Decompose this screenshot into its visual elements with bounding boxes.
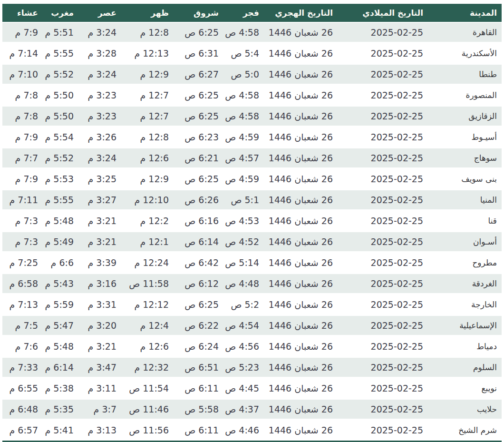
cell-isha: 7:25 م <box>2 252 43 273</box>
cell-city: أسـوان <box>428 231 502 252</box>
cell-maghrib: 5:50 م <box>43 85 78 106</box>
cell-hijri: 26 شعبان 1446 <box>264 378 338 399</box>
cell-gregorian: 2025-02-25 <box>338 294 428 315</box>
cell-sunrise: 6:42 ص <box>174 252 223 273</box>
cell-dhuhr: 11:56 ص <box>121 420 174 441</box>
cell-isha: 7:10 م <box>2 64 43 85</box>
cell-isha: 7:6 م <box>2 336 43 357</box>
cell-maghrib: 6:14 م <box>43 357 78 378</box>
cell-maghrib: 5:50 م <box>43 106 78 127</box>
cell-fajr: 4:56 ص <box>223 336 264 357</box>
cell-gregorian: 2025-02-25 <box>338 64 428 85</box>
cell-maghrib: 5:55 م <box>43 189 78 210</box>
cell-asr: 3:13 م <box>78 420 121 441</box>
cell-fajr: 4:59 ص <box>223 127 264 147</box>
header-isha: عشاء <box>2 4 43 22</box>
cell-city: طنطا <box>428 64 502 85</box>
cell-dhuhr: 12:10 م <box>121 189 174 210</box>
cell-asr: 3:25 م <box>78 168 121 189</box>
header-city: المدينة <box>428 4 502 22</box>
cell-city: الغردقة <box>428 273 502 294</box>
cell-fajr: 4:58 ص <box>223 106 264 127</box>
cell-maghrib: 5:59 م <box>43 294 78 315</box>
header-hijri-date: التاريخ الهجري <box>264 4 338 22</box>
cell-sunrise: 6:25 ص <box>174 106 223 127</box>
cell-dhuhr: 12:9 م <box>121 168 174 189</box>
cell-fajr: 4:52 ص <box>223 231 264 252</box>
cell-sunrise: 6:14 ص <box>174 231 223 252</box>
cell-city: شرم الشيخ <box>428 420 502 441</box>
cell-city: السلوم <box>428 357 502 378</box>
cell-gregorian: 2025-02-25 <box>338 315 428 336</box>
cell-gregorian: 2025-02-25 <box>338 378 428 399</box>
table-row: طنطا2025-02-2526 شعبان 14465:0 ص6:27 ص12… <box>2 64 502 85</box>
cell-asr: 3:23 م <box>78 85 121 106</box>
cell-isha: 7:8 م <box>2 85 43 106</box>
cell-dhuhr: 12:12 م <box>121 294 174 315</box>
cell-dhuhr: 12:9 م <box>121 64 174 85</box>
cell-fajr: 4:46 ص <box>223 420 264 441</box>
cell-gregorian: 2025-02-25 <box>338 210 428 231</box>
cell-isha: 7:3 م <box>2 231 43 252</box>
cell-fajr: 5:14 ص <box>223 252 264 273</box>
cell-maghrib: 5:41 م <box>43 420 78 441</box>
cell-maghrib: 5:47 م <box>43 315 78 336</box>
header-maghrib: مغرب <box>43 4 78 22</box>
cell-sunrise: 6:23 ص <box>174 127 223 147</box>
cell-isha: 6:48 م <box>2 399 43 420</box>
cell-gregorian: 2025-02-25 <box>338 399 428 420</box>
table-row: قنا2025-02-2526 شعبان 14464:53 ص6:16 ص12… <box>2 210 502 231</box>
cell-gregorian: 2025-02-25 <box>338 336 428 357</box>
cell-isha: 7:33 م <box>2 357 43 378</box>
table-body: القاهرة2025-02-2526 شعبان 14464:58 ص6:25… <box>2 22 502 441</box>
cell-fajr: 5:0 ص <box>223 64 264 85</box>
cell-maghrib: 5:49 م <box>43 231 78 252</box>
cell-asr: 3:31 م <box>78 294 121 315</box>
cell-dhuhr: 12:2 م <box>121 210 174 231</box>
cell-isha: 7:9 م <box>2 22 43 43</box>
cell-asr: 3:24 م <box>78 22 121 43</box>
cell-gregorian: 2025-02-25 <box>338 43 428 64</box>
cell-fajr: 4:54 ص <box>223 315 264 336</box>
table-row: نويبع2025-02-2526 شعبان 14464:45 ص6:11 ص… <box>2 378 502 399</box>
cell-hijri: 26 شعبان 1446 <box>264 273 338 294</box>
cell-isha: 7:13 م <box>2 294 43 315</box>
cell-gregorian: 2025-02-25 <box>338 147 428 168</box>
cell-dhuhr: 12:1 م <box>121 231 174 252</box>
cell-city: المنصورة <box>428 85 502 106</box>
cell-hijri: 26 شعبان 1446 <box>264 315 338 336</box>
cell-city: الزقازيق <box>428 106 502 127</box>
cell-gregorian: 2025-02-25 <box>338 357 428 378</box>
prayer-times-table: المدينة التاريخ الميلادي التاريخ الهجري … <box>2 4 502 442</box>
cell-hijri: 26 شعبان 1446 <box>264 22 338 43</box>
cell-hijri: 26 شعبان 1446 <box>264 420 338 441</box>
cell-asr: 3:47 م <box>78 357 121 378</box>
cell-fajr: 4:53 ص <box>223 210 264 231</box>
table-row: بنى سويف2025-02-2526 شعبان 14464:59 ص6:2… <box>2 168 502 189</box>
cell-asr: 3:28 م <box>78 43 121 64</box>
cell-city: نويبع <box>428 378 502 399</box>
cell-sunrise: 6:25 ص <box>174 168 223 189</box>
table-row: أسيـوط2025-02-2526 شعبان 14464:59 ص6:23 … <box>2 127 502 147</box>
cell-sunrise: 6:25 ص <box>174 22 223 43</box>
cell-dhuhr: 11:54 ص <box>121 378 174 399</box>
cell-fajr: 4:37 ص <box>223 399 264 420</box>
cell-fajr: 4:59 ص <box>223 168 264 189</box>
cell-maghrib: 5:52 م <box>43 64 78 85</box>
table-row: سوهاج2025-02-2526 شعبان 14464:57 ص6:21 ص… <box>2 147 502 168</box>
cell-sunrise: 6:26 ص <box>174 189 223 210</box>
cell-gregorian: 2025-02-25 <box>338 127 428 147</box>
header-row: المدينة التاريخ الميلادي التاريخ الهجري … <box>2 4 502 22</box>
cell-fajr: 4:45 ص <box>223 378 264 399</box>
cell-fajr: 5:2 ص <box>223 294 264 315</box>
cell-isha: 7:3 م <box>2 210 43 231</box>
cell-asr: 3:23 م <box>78 106 121 127</box>
table-row: المنصورة2025-02-2526 شعبان 14464:58 ص6:2… <box>2 85 502 106</box>
cell-hijri: 26 شعبان 1446 <box>264 147 338 168</box>
cell-city: مطروح <box>428 252 502 273</box>
cell-asr: 3:7 م <box>78 399 121 420</box>
cell-city: الخارجة <box>428 294 502 315</box>
cell-gregorian: 2025-02-25 <box>338 273 428 294</box>
cell-city: دمياط <box>428 336 502 357</box>
cell-maghrib: 5:38 م <box>43 378 78 399</box>
